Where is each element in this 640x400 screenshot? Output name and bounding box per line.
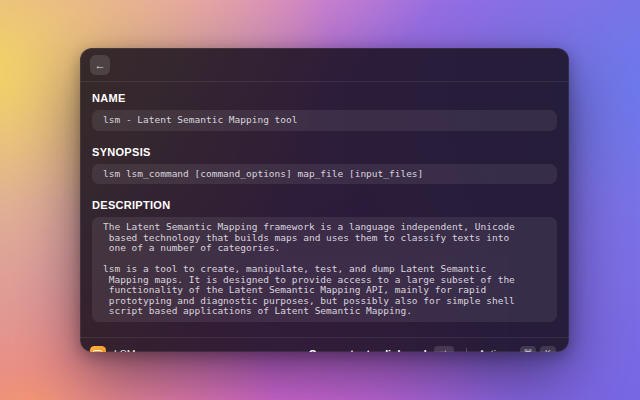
actions-shortcut: ⌘K [520,346,556,352]
synopsis-code-block: lsm lsm_command [command_options] map_fi… [92,164,557,185]
footer-divider [466,348,467,352]
back-button[interactable]: ← [90,55,110,75]
copy-entry-button[interactable]: Copy entry to clipboard ↵ [306,344,457,352]
section-heading-description: DESCRIPTION [92,199,557,211]
footer-bar: LSM Copy entry to clipboard ↵ Actions ⌘K [80,337,569,353]
window-header: ← [80,48,569,82]
footer-app-info: LSM [90,346,136,353]
manual-page-glyph-icon [93,350,102,353]
actions-menu-button[interactable]: Actions ⌘K [476,344,559,352]
command-key-icon: ⌘ [520,346,536,352]
k-key-icon: K [540,346,556,352]
section-heading-synopsis: SYNOPSIS [92,146,557,158]
footer-actions: Copy entry to clipboard ↵ Actions ⌘K [306,344,559,352]
man-page-window: ← NAME lsm - Latent Semantic Mapping too… [80,48,569,352]
section-heading-name: NAME [92,92,557,104]
enter-key-icon: ↵ [434,346,454,352]
app-label: LSM [114,348,136,353]
lsm-app-icon [90,346,106,353]
copy-entry-label: Copy entry to clipboard [309,348,427,353]
man-page-content: NAME lsm - Latent Semantic Mapping tool … [80,82,569,337]
desktop-background: ← NAME lsm - Latent Semantic Mapping too… [0,0,640,400]
back-arrow-icon: ← [95,59,106,71]
actions-label: Actions [479,348,513,353]
name-code-block: lsm - Latent Semantic Mapping tool [92,110,557,131]
description-code-block: The Latent Semantic Mapping framework is… [92,217,557,322]
